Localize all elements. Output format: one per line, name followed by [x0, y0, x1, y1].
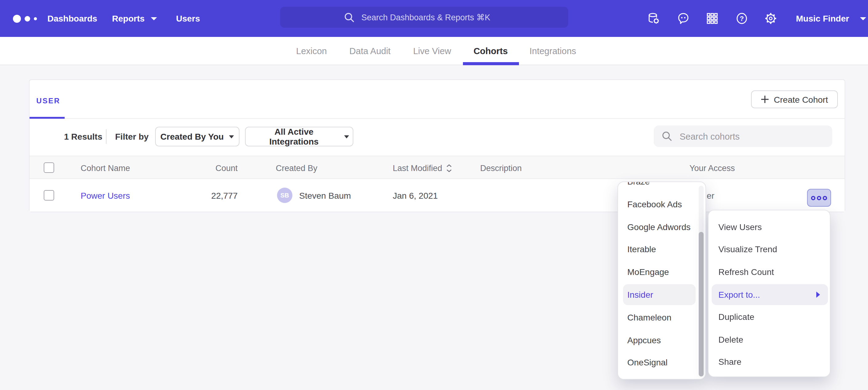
active-tab-underline: [463, 62, 519, 65]
chevron-down-icon: [860, 17, 866, 20]
plus-icon: [761, 95, 769, 103]
nav-users-label: Users: [176, 13, 200, 23]
select-all-checkbox[interactable]: [44, 162, 54, 173]
create-cohort-label: Create Cohort: [774, 94, 828, 104]
column-cohort-name[interactable]: Cohort Name: [81, 156, 130, 180]
scrollbar-thumb[interactable]: [699, 232, 704, 377]
menu-item-share[interactable]: Share: [709, 351, 831, 372]
count-cell: 22,777: [188, 179, 238, 212]
nav-users[interactable]: Users: [176, 0, 200, 37]
cohort-type-tab-user[interactable]: USER: [36, 89, 60, 113]
tab-cohorts[interactable]: Cohorts: [473, 37, 507, 65]
nav-dashboards[interactable]: Dashboards: [48, 0, 97, 37]
feedback-icon[interactable]: [677, 12, 690, 25]
settings-gear-icon[interactable]: [764, 12, 777, 25]
top-navbar: Dashboards Reports Users: [0, 0, 868, 37]
screenshot-stage: Dashboards Reports Users: [0, 0, 868, 390]
cohorts-card: USER Create Cohort 1 Results Filter by C…: [29, 79, 845, 212]
menu-item-refresh-count[interactable]: Refresh Count: [709, 261, 831, 282]
submenu-item-onesignal[interactable]: OneSignal: [618, 351, 697, 374]
submenu-arrow-icon: [816, 291, 820, 297]
column-description[interactable]: Description: [480, 156, 522, 180]
tab-data-audit[interactable]: Data Audit: [349, 37, 391, 65]
submenu-item-appcues[interactable]: Appcues: [618, 328, 697, 351]
chevron-down-icon: [151, 17, 157, 20]
tab-live-view[interactable]: Live View: [413, 37, 451, 65]
svg-text:?: ?: [740, 15, 744, 23]
data-management-icon[interactable]: [647, 12, 660, 25]
table-row: Power Users 22,777 SB Steven Baum Jan 6,…: [30, 179, 845, 212]
divider: [106, 129, 106, 144]
menu-item-view-users[interactable]: View Users: [709, 216, 831, 237]
submenu-item-moengage[interactable]: MoEngage: [618, 261, 697, 284]
created-by-filter-dropdown[interactable]: Created By You: [155, 127, 240, 147]
cohort-name-cell: Power Users: [81, 179, 130, 212]
chevron-down-icon: [229, 135, 234, 138]
row-checkbox[interactable]: [44, 190, 54, 200]
chevron-down-icon: [344, 135, 349, 138]
mixpanel-logo-icon[interactable]: [12, 0, 42, 37]
column-created-by[interactable]: Created By: [276, 156, 317, 180]
cohort-search-bar[interactable]: [654, 126, 832, 147]
submenu-item-chameleon[interactable]: Chameleon: [618, 306, 697, 329]
global-search-input[interactable]: [360, 12, 504, 23]
submenu-item-iterable[interactable]: Iterable: [618, 238, 697, 261]
nav-dashboards-label: Dashboards: [48, 13, 97, 23]
menu-item-export-to[interactable]: Export to...: [712, 284, 828, 305]
filter-by-label: Filter by: [115, 127, 149, 147]
help-icon[interactable]: ?: [735, 12, 749, 25]
row-context-menu: View Users Visualize Trend Refresh Count…: [708, 210, 831, 377]
menu-item-visualize-trend[interactable]: Visualize Trend: [709, 239, 831, 260]
submenu-item-facebook-ads[interactable]: Facebook Ads: [618, 193, 697, 216]
search-icon: [662, 131, 672, 141]
menu-item-delete[interactable]: Delete: [709, 329, 831, 350]
access-cell-partial: er: [707, 179, 714, 212]
apps-grid-icon[interactable]: [706, 12, 719, 25]
cohort-name-link[interactable]: Power Users: [81, 190, 130, 200]
tab-integrations[interactable]: Integrations: [529, 37, 576, 65]
nav-reports[interactable]: Reports: [112, 0, 157, 37]
column-last-modified[interactable]: Last Modified: [393, 156, 452, 180]
results-count: 1 Results: [64, 127, 102, 147]
submenu-item-braze[interactable]: Braze: [618, 182, 697, 193]
tab-lexicon[interactable]: Lexicon: [296, 37, 327, 65]
submenu-item-insider[interactable]: Insider: [623, 284, 695, 305]
create-cohort-button[interactable]: Create Cohort: [751, 90, 838, 108]
project-name: Music Finder: [796, 13, 849, 23]
export-submenu: Braze Facebook Ads Google Adwords Iterab…: [617, 182, 706, 380]
integrations-filter-dropdown[interactable]: All Active Integrations: [245, 127, 353, 147]
user-tab-underline: [30, 117, 65, 119]
section-tabbar: Lexicon Data Audit Live View Cohorts Int…: [0, 37, 868, 65]
table-header: Cohort Name Count Created By Last Modifi…: [30, 156, 845, 179]
sort-icon[interactable]: [446, 164, 452, 172]
row-actions-button[interactable]: [807, 189, 831, 207]
nav-reports-label: Reports: [112, 13, 145, 23]
submenu-item-google-adwords[interactable]: Google Adwords: [618, 215, 697, 238]
search-icon: [344, 12, 354, 23]
global-search-bar[interactable]: [280, 7, 568, 28]
menu-item-duplicate[interactable]: Duplicate: [709, 306, 831, 327]
app-viewport: Dashboards Reports Users: [0, 0, 868, 390]
created-by-cell: Steven Baum: [299, 179, 351, 212]
column-count[interactable]: Count: [188, 156, 238, 180]
last-modified-cell: Jan 6, 2021: [393, 179, 438, 212]
project-selector[interactable]: Music Finder: [796, 0, 866, 37]
divider: [30, 118, 845, 119]
cohort-search-input[interactable]: [678, 131, 816, 142]
avatar: SB: [277, 188, 292, 203]
column-your-access[interactable]: Your Access: [689, 156, 735, 180]
ellipsis-icon: [811, 195, 827, 201]
